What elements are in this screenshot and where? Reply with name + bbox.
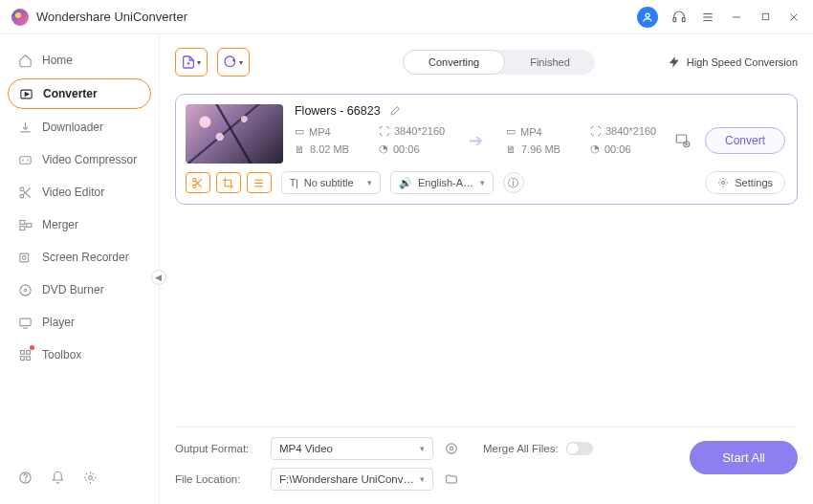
help-icon[interactable] xyxy=(17,470,33,485)
subtitle-value: No subtitle xyxy=(304,177,354,188)
bottom-bar: Output Format: MP4 Video ▾ Merge All Fil… xyxy=(175,427,798,504)
svg-point-48 xyxy=(450,447,453,450)
sidebar-item-label: Screen Recorder xyxy=(42,251,129,264)
svg-rect-19 xyxy=(26,223,31,227)
file-card: Flowers - 66823 ▭MP4 🗎8.02 MB ⛶3840*2160… xyxy=(175,94,798,205)
file-title: Flowers - 66823 xyxy=(295,104,381,118)
sidebar-item-converter[interactable]: Converter xyxy=(8,78,151,109)
title-actions xyxy=(637,7,802,28)
dst-dur: 00:06 xyxy=(604,143,631,155)
gear-icon[interactable] xyxy=(82,470,98,485)
info-icon[interactable]: ⓘ xyxy=(503,172,524,193)
svg-point-31 xyxy=(25,480,26,481)
sidebar-item-recorder[interactable]: Screen Recorder xyxy=(8,243,151,272)
audio-select[interactable]: 🔊 English-Advan... ▾ xyxy=(390,171,494,194)
tab-finished[interactable]: Finished xyxy=(505,50,595,75)
start-all-button[interactable]: Start All xyxy=(690,441,798,474)
file-icon: 🗎 xyxy=(506,143,516,155)
tab-converting[interactable]: Converting xyxy=(403,50,505,75)
scissors-icon xyxy=(17,185,33,200)
file-location-value: F:\Wondershare UniConverter xyxy=(279,473,420,485)
sidebar-item-downloader[interactable]: Downloader xyxy=(8,113,151,142)
crop-button[interactable] xyxy=(216,172,241,193)
svg-rect-29 xyxy=(26,356,30,360)
merge-label: Merge All Files: xyxy=(483,443,559,454)
toolbar: ▾ ▾ Converting Finished High Speed Conve… xyxy=(175,44,798,80)
bell-icon[interactable] xyxy=(50,470,65,485)
sidebar-item-toolbox[interactable]: Toolbox xyxy=(8,340,151,369)
svg-rect-26 xyxy=(20,350,24,354)
home-icon xyxy=(17,53,33,68)
file-location-select[interactable]: F:\Wondershare UniConverter ▾ xyxy=(271,468,433,491)
open-folder-icon[interactable] xyxy=(443,471,460,488)
file-location-label: File Location: xyxy=(175,473,261,485)
sidebar-item-merger[interactable]: Merger xyxy=(8,210,151,239)
sidebar-item-home[interactable]: Home xyxy=(8,46,151,75)
svg-point-21 xyxy=(22,255,26,259)
clock-icon: ◔ xyxy=(590,142,600,155)
output-format-label: Output Format: xyxy=(175,443,261,454)
src-res: 3840*2160 xyxy=(394,125,445,137)
output-format-value: MP4 Video xyxy=(279,443,333,454)
rename-icon[interactable] xyxy=(388,105,401,118)
settings-button[interactable]: Settings xyxy=(705,171,785,194)
effects-button[interactable] xyxy=(247,172,272,193)
svg-rect-17 xyxy=(19,220,24,224)
svg-rect-28 xyxy=(20,356,24,360)
video-icon: ▭ xyxy=(295,125,304,138)
high-speed-label: High Speed Conversion xyxy=(687,56,798,68)
subtitle-select[interactable]: T| No subtitle ▾ xyxy=(281,171,381,194)
recorder-icon xyxy=(17,250,33,265)
sidebar-item-label: Home xyxy=(42,54,73,67)
headset-icon[interactable] xyxy=(671,10,687,25)
converter-icon xyxy=(18,86,33,101)
clock-icon: ◔ xyxy=(379,142,388,155)
sidebar: Home Converter Downloader Video Compress… xyxy=(0,34,160,504)
add-disc-button[interactable]: ▾ xyxy=(217,48,250,77)
sidebar-item-editor[interactable]: Video Editor xyxy=(8,178,151,207)
output-settings-icon[interactable] xyxy=(674,132,692,149)
svg-rect-12 xyxy=(19,156,30,164)
video-icon: ▭ xyxy=(506,125,516,138)
arrow-icon: ➔ xyxy=(469,130,483,151)
src-format: MP4 xyxy=(309,126,331,138)
add-file-button[interactable]: ▾ xyxy=(175,48,208,77)
sidebar-item-label: Toolbox xyxy=(42,348,81,362)
menu-icon[interactable] xyxy=(700,10,715,25)
dst-size: 7.96 MB xyxy=(521,143,560,155)
resolution-icon: ⛶ xyxy=(379,125,389,137)
account-avatar[interactable] xyxy=(637,7,658,28)
merge-toggle[interactable] xyxy=(566,442,593,455)
maximize-icon[interactable] xyxy=(758,10,773,25)
minimize-icon[interactable] xyxy=(729,10,744,25)
dst-format: MP4 xyxy=(520,126,542,138)
sidebar-item-compressor[interactable]: Video Compressor xyxy=(8,145,151,174)
video-thumbnail[interactable] xyxy=(186,104,283,164)
player-icon xyxy=(17,315,33,330)
titlebar: Wondershare UniConverter xyxy=(0,0,813,34)
svg-rect-2 xyxy=(682,17,685,21)
svg-point-23 xyxy=(24,289,27,292)
sidebar-item-label: Player xyxy=(42,316,75,329)
sidebar-item-dvd[interactable]: DVD Burner xyxy=(8,275,151,304)
svg-point-40 xyxy=(193,178,196,181)
sidebar-item-player[interactable]: Player xyxy=(8,308,151,337)
tabbar: Converting Finished xyxy=(403,50,595,75)
close-icon[interactable] xyxy=(786,10,802,25)
svg-point-47 xyxy=(722,182,725,185)
src-size: 8.02 MB xyxy=(310,143,349,155)
format-settings-icon[interactable] xyxy=(443,440,460,457)
src-dur: 00:06 xyxy=(393,143,420,155)
app-title: Wondershare UniConverter xyxy=(36,10,187,24)
resolution-icon: ⛶ xyxy=(590,125,601,137)
convert-button[interactable]: Convert xyxy=(705,127,785,154)
svg-rect-24 xyxy=(19,318,30,326)
svg-rect-1 xyxy=(673,17,676,21)
svg-point-49 xyxy=(447,444,457,454)
high-speed-toggle[interactable]: High Speed Conversion xyxy=(668,55,798,69)
svg-rect-18 xyxy=(19,226,24,230)
compressor-icon xyxy=(17,152,33,167)
trim-button[interactable] xyxy=(186,172,210,193)
svg-point-41 xyxy=(193,185,196,187)
output-format-select[interactable]: MP4 Video ▾ xyxy=(271,437,433,460)
